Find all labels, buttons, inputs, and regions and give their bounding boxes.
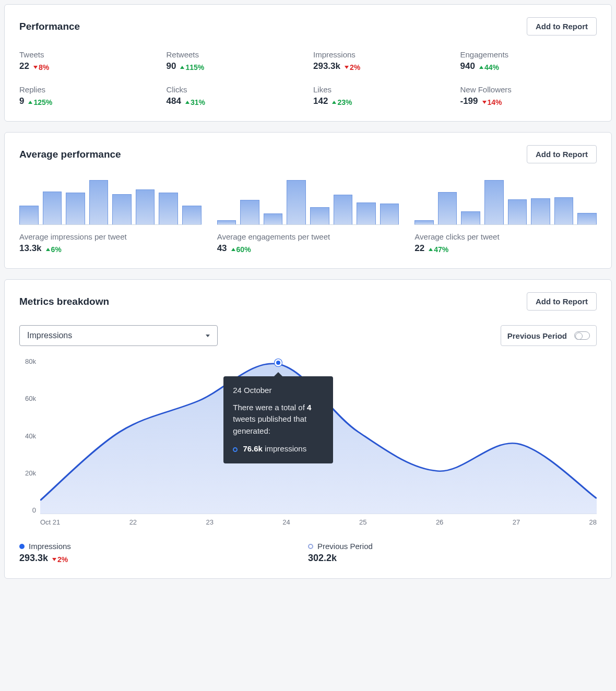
metric-delta: 23% [332,98,352,106]
bar [577,213,597,224]
bar-chart [19,178,202,225]
metric-cell: Replies9125% [19,85,156,106]
metric-value: 484 [167,96,181,106]
x-tick: 24 [282,518,290,526]
bar [554,197,574,224]
average-charts-grid: Average impressions per tweet13.3k6%Aver… [19,178,597,254]
metric-label: Likes [313,85,450,94]
bar [334,195,353,224]
metric-cell: Engagements94044% [460,50,597,72]
add-to-report-button[interactable]: Add to Report [527,17,597,35]
impressions-dot-icon [233,447,238,452]
bar [159,193,178,224]
bar [484,180,504,224]
breakdown-controls: Impressions Previous Period [19,325,597,346]
metric-delta: 31% [185,98,205,106]
bar [287,180,306,224]
metric-value: 940 [460,61,475,72]
legend-previous-label: Previous Period [317,542,373,551]
average-col: Average impressions per tweet13.3k6% [19,178,202,254]
chart-legend: Impressions 293.3k 2% Previous Period 30… [19,542,597,564]
y-tick: 20k [19,469,36,477]
metric-label: Replies [19,85,156,94]
metric-value: 293.3k [313,61,340,72]
x-tick: 25 [359,518,366,526]
bar [240,200,259,224]
average-col: Average clicks per tweet2247% [414,178,597,254]
arrow-down-icon [482,101,487,104]
metric-value: 9 [19,96,24,106]
legend-dot-icon [19,544,25,549]
bar [89,180,109,224]
legend-previous-value: 302.2k [308,553,337,564]
metric-value: 22 [19,61,29,72]
x-tick: 26 [436,518,443,526]
x-tick: 23 [206,518,213,526]
metric-value: 142 [313,96,328,106]
average-delta: 47% [429,245,448,254]
arrow-down-icon [345,66,349,69]
arrow-up-icon [231,248,235,251]
average-label: Average impressions per tweet [19,232,202,241]
metric-cell: Retweets90115% [167,50,303,72]
arrow-down-icon [52,558,56,561]
bar [357,202,376,225]
bar [217,220,236,224]
x-tick: 27 [513,518,520,526]
chart-tooltip: 24 October There were a total of 4 tweet… [223,376,333,463]
arrow-up-icon [28,101,32,104]
tooltip-date: 24 October [233,385,324,397]
metric-label: New Followers [460,85,597,94]
y-tick: 40k [19,432,36,440]
tooltip-metric-row: 76.6k impressions [233,443,324,455]
bar [508,199,527,224]
y-tick: 0 [19,506,36,514]
bar-chart [414,178,597,225]
toggle-switch[interactable] [574,331,590,340]
add-to-report-button[interactable]: Add to Report [527,292,597,311]
performance-header: Performance Add to Report [19,17,597,35]
average-label: Average clicks per tweet [414,232,597,241]
bar [66,193,85,224]
metric-delta: 115% [180,63,204,72]
metric-value: 90 [167,61,176,72]
average-header: Average performance Add to Report [19,145,597,163]
metric-cell: New Followers-19914% [460,85,597,106]
legend-current-delta: 2% [52,555,68,564]
average-label: Average engagements per tweet [217,232,399,241]
x-axis: Oct 2122232425262728 [19,514,597,526]
breakdown-title: Metrics breakdown [19,296,109,307]
metric-delta: 14% [482,98,502,106]
bar [438,192,457,224]
metric-label: Retweets [167,50,303,59]
previous-period-toggle[interactable]: Previous Period [501,325,597,346]
bar [112,194,132,224]
add-to-report-button[interactable]: Add to Report [527,145,597,163]
bar [182,206,202,224]
arrow-up-icon [429,248,433,251]
metric-select[interactable]: Impressions [19,325,218,346]
bar [461,211,480,224]
metric-label: Impressions [313,50,450,59]
arrow-up-icon [180,66,184,69]
y-tick: 80k [19,358,36,365]
metric-label: Clicks [167,85,303,94]
metric-delta: 2% [345,63,360,72]
metric-delta: 44% [479,63,499,72]
performance-metrics-grid: Tweets228%Retweets90115%Impressions293.3… [19,50,597,106]
average-value: 43 [217,243,227,254]
average-title: Average performance [19,149,121,160]
arrow-down-icon [33,66,38,69]
bar [264,213,283,224]
tooltip-body: There were a total of 4 tweets published… [233,402,324,437]
breakdown-chart: 80k60k40k20k0 24 October There were a [19,358,597,514]
bar [19,206,39,224]
bar [43,192,62,224]
arrow-up-icon [185,101,189,104]
arrow-up-icon [46,248,50,251]
x-tick: 28 [589,518,597,526]
bar-chart [217,178,399,225]
metric-label: Engagements [460,50,597,59]
metric-label: Tweets [19,50,156,59]
x-tick: 22 [129,518,137,526]
